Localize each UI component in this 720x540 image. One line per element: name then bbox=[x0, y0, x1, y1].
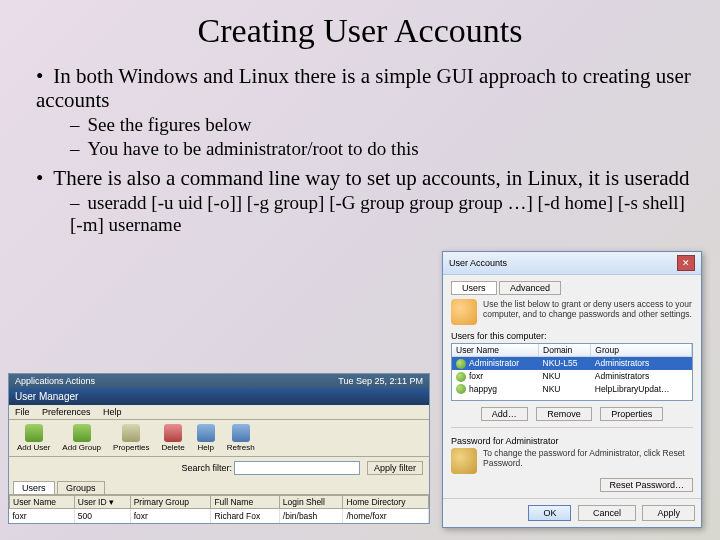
search-bar: Search filter: Apply filter bbox=[9, 457, 429, 479]
list-item[interactable]: AdministratorNKU-L55Administrators bbox=[452, 357, 692, 370]
tab-users[interactable]: Users bbox=[13, 481, 55, 494]
apply-button[interactable]: Apply bbox=[642, 505, 695, 521]
linux-user-manager: Applications Actions Tue Sep 25, 2:11 PM… bbox=[8, 373, 430, 524]
panel-clock: Tue Sep 25, 2:11 PM bbox=[338, 376, 423, 386]
col-primary-group[interactable]: Primary Group bbox=[130, 496, 211, 509]
key-icon bbox=[451, 448, 477, 474]
section-label: Users for this computer: bbox=[451, 331, 693, 341]
button-row: Add… Remove Properties bbox=[451, 407, 693, 421]
table-header: User Name User ID ▾ Primary Group Full N… bbox=[10, 496, 429, 509]
panel-apps[interactable]: Applications Actions bbox=[15, 376, 95, 386]
ok-button[interactable]: OK bbox=[528, 505, 571, 521]
apply-filter-button[interactable]: Apply filter bbox=[367, 461, 423, 475]
toolbar: Add User Add Group Properties Delete Hel… bbox=[9, 420, 429, 457]
password-label: Password for Administrator bbox=[451, 436, 693, 446]
bullet-2: There is also a command line way to set … bbox=[36, 166, 692, 190]
remove-button[interactable]: Remove bbox=[536, 407, 592, 421]
col-full-name[interactable]: Full Name bbox=[211, 496, 279, 509]
password-hint: To change the password for Administrator… bbox=[483, 448, 693, 468]
dialog-tabs: Users Advanced bbox=[451, 281, 693, 295]
users-icon bbox=[451, 299, 477, 325]
col-login-shell[interactable]: Login Shell bbox=[279, 496, 343, 509]
menu-bar: File Preferences Help bbox=[9, 405, 429, 420]
close-icon[interactable]: ✕ bbox=[677, 255, 695, 271]
cancel-button[interactable]: Cancel bbox=[578, 505, 636, 521]
menu-file[interactable]: File bbox=[15, 407, 30, 417]
table-row[interactable]: foxr500foxrRichard Fox/bin/bash/home/fox… bbox=[10, 509, 429, 524]
windows-user-accounts: User Accounts ✕ Users Advanced Use the l… bbox=[442, 251, 702, 528]
search-input[interactable] bbox=[234, 461, 360, 475]
refresh-button[interactable]: Refresh bbox=[223, 423, 259, 453]
tab-groups[interactable]: Groups bbox=[57, 481, 105, 494]
list-header: User Name Domain Group bbox=[452, 344, 692, 357]
password-section: Password for Administrator To change the… bbox=[451, 427, 693, 492]
dialog-titlebar: User Accounts ✕ bbox=[443, 252, 701, 275]
hint-text: Use the list below to grant or deny user… bbox=[451, 299, 693, 325]
delete-button[interactable]: Delete bbox=[158, 423, 189, 453]
user-icon bbox=[456, 384, 466, 394]
list-item[interactable]: foxrNKUAdministrators bbox=[452, 370, 692, 383]
col-username[interactable]: User Name bbox=[10, 496, 75, 509]
slide-title: Creating User Accounts bbox=[28, 12, 692, 50]
bullet-2a: useradd [-u uid [-o]] [-g group] [-G gro… bbox=[70, 192, 692, 236]
properties-button[interactable]: Properties bbox=[600, 407, 663, 421]
user-icon bbox=[456, 372, 466, 382]
help-button[interactable]: Help bbox=[193, 423, 219, 453]
gnome-panel: Applications Actions Tue Sep 25, 2:11 PM bbox=[9, 374, 429, 388]
bullet-1: In both Windows and Linux there is a sim… bbox=[36, 64, 692, 112]
add-user-button[interactable]: Add User bbox=[13, 423, 54, 453]
tab-users[interactable]: Users bbox=[451, 281, 497, 295]
tab-bar: Users Groups bbox=[9, 479, 429, 494]
reset-password-button[interactable]: Reset Password… bbox=[600, 478, 693, 492]
menu-help[interactable]: Help bbox=[103, 407, 122, 417]
tab-advanced[interactable]: Advanced bbox=[499, 281, 561, 295]
bullet-1b: You have to be administrator/root to do … bbox=[70, 138, 692, 160]
bullet-1a: See the figures below bbox=[70, 114, 692, 136]
search-label: Search filter: bbox=[181, 463, 232, 473]
col-group[interactable]: Group bbox=[591, 344, 692, 357]
add-group-button[interactable]: Add Group bbox=[58, 423, 105, 453]
dialog-buttons: OK Cancel Apply bbox=[443, 498, 701, 527]
col-home-directory[interactable]: Home Directory bbox=[343, 496, 429, 509]
menu-preferences[interactable]: Preferences bbox=[42, 407, 91, 417]
col-username[interactable]: User Name bbox=[452, 344, 539, 357]
user-icon bbox=[456, 359, 466, 369]
add-button[interactable]: Add… bbox=[481, 407, 528, 421]
col-userid[interactable]: User ID ▾ bbox=[74, 496, 130, 509]
window-titlebar: User Manager bbox=[9, 388, 429, 405]
list-item[interactable]: happygNKUHelpLibraryUpdat… bbox=[452, 383, 692, 396]
user-table: User Name User ID ▾ Primary Group Full N… bbox=[9, 494, 429, 523]
properties-button[interactable]: Properties bbox=[109, 423, 153, 453]
dialog-title: User Accounts bbox=[449, 258, 507, 268]
col-domain[interactable]: Domain bbox=[539, 344, 591, 357]
user-list[interactable]: User Name Domain Group AdministratorNKU-… bbox=[451, 343, 693, 401]
